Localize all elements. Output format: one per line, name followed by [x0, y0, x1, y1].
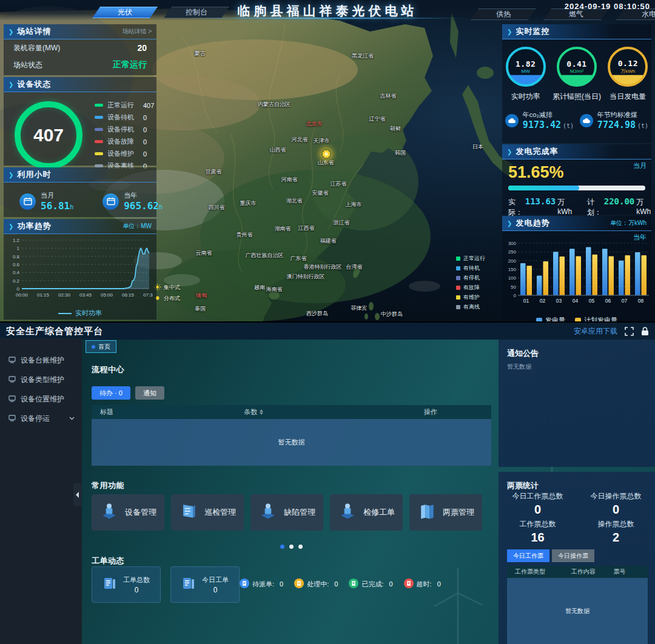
column-header: 操作 — [415, 408, 491, 417]
legend-label: 分布式 — [164, 295, 180, 303]
tab-active-dot-icon — [92, 345, 95, 349]
station-detail-link[interactable]: 场站详情 > — [122, 27, 152, 36]
legend-label: 有停机 — [463, 274, 480, 282]
function-card[interactable]: 巡检管理 — [171, 494, 244, 531]
work-order-card[interactable]: 工单总数0 — [92, 566, 161, 603]
map-type-legend-row: 集中式 — [154, 284, 180, 292]
period-badge[interactable]: 当年 — [633, 233, 647, 242]
sort-icon[interactable] — [260, 409, 263, 415]
map-place-label: 河北省 — [292, 136, 308, 144]
function-3d-icon — [179, 501, 198, 523]
legend-swatch — [536, 318, 542, 322]
map-place-label: 澳门特别行政区 — [287, 273, 325, 281]
carousel-dot[interactable] — [280, 545, 284, 549]
completion-percent: 51.65% — [502, 159, 651, 182]
map-place-label: 上海市 — [346, 201, 362, 209]
lock-icon[interactable] — [641, 327, 649, 336]
map-place-label: 广东省 — [291, 255, 307, 263]
function-label: 检修工单 — [363, 507, 395, 518]
panel-title: 实时监控 — [516, 26, 549, 37]
ticket-tab[interactable]: 今日操作票 — [552, 549, 594, 562]
android-download-link[interactable]: 安卓应用下载 — [574, 326, 617, 337]
fullscreen-icon[interactable] — [625, 327, 634, 336]
sidebar-item[interactable]: 设备位置维护 — [0, 389, 82, 409]
function-card[interactable]: 两票管理 — [409, 494, 482, 531]
carousel-dot[interactable] — [298, 545, 303, 549]
svg-text:0.6: 0.6 — [13, 262, 20, 267]
map-place-label: 甘肃省 — [206, 168, 222, 176]
map-place-label: 越南 — [254, 284, 265, 292]
period-badge[interactable]: 当月 — [633, 161, 647, 170]
station-marker-icon[interactable] — [321, 149, 331, 159]
ticket-tabs: 今日工作票今日操作票 — [507, 549, 594, 562]
panel-arrow-icon: ❯ — [507, 149, 512, 155]
sidebar-items: 设备台账维护设备类型维护设备位置维护设备停运 — [0, 351, 82, 428]
carousel-dot[interactable] — [289, 545, 294, 549]
status-badge: 超时:0 — [404, 579, 441, 589]
sidebar-item[interactable]: 设备类型维护 — [0, 370, 82, 389]
collapse-sidebar-handle[interactable] — [73, 483, 81, 506]
tab-home[interactable]: 首页 — [86, 340, 116, 353]
generation-completion-panel: ❯ 发电完成率 当月 51.65% 实际：113.63万kWh 计划：220.0… — [502, 144, 651, 215]
panel-title: 利用小时 — [17, 169, 51, 180]
process-filter-button[interactable]: 通知 — [135, 386, 164, 400]
realtime-monitor-panel: ❯ 实时监控 1.82MW实时功率0.41MJ/m²累计辐照(当日)0.12万k… — [502, 24, 651, 143]
stat-value: 16 — [531, 531, 544, 545]
panel-header: ❯ 场站详情 场站详情 > — [4, 24, 156, 39]
ticket-tab[interactable]: 今日工作票 — [507, 549, 549, 562]
utilization-text: 当月56.81h — [41, 191, 73, 212]
map-legend-row: 正常运行 — [456, 255, 485, 263]
actual-value: 113.63 — [525, 196, 556, 206]
svg-text:07: 07 — [622, 298, 628, 304]
utilization-items: 当月56.81h当年965.62h — [4, 183, 156, 212]
svg-text:02:30: 02:30 — [58, 292, 71, 298]
page: 蒙古黑龙江省内蒙古自治区吉林省辽宁省朝鲜韩国日本北京市天津市河北省山西省山东省河… — [0, 0, 655, 644]
badge-value: 0 — [437, 580, 441, 588]
stat-value: 7724.98(t) — [597, 119, 648, 130]
top-nav-tab[interactable]: 光伏 — [92, 7, 158, 18]
map-legend-row: 有停机 — [456, 274, 485, 282]
actual-unit: 万kWh — [557, 197, 573, 216]
notices-empty-state: 暂无数据 — [499, 359, 655, 371]
badge-value: 0 — [389, 580, 392, 588]
panel-title: 场站详情 — [17, 26, 51, 37]
svg-text:0.8: 0.8 — [13, 254, 20, 260]
map-place-label: 福建省 — [320, 237, 337, 245]
notices-title: 通知公告 — [499, 340, 655, 359]
gauge-label: 实时功率 — [511, 92, 540, 102]
map-place-label: 贵州省 — [237, 231, 253, 239]
two-tickets-title: 两票统计 — [499, 472, 655, 491]
stat-label: 今日工作票总数 — [512, 491, 563, 501]
legend-swatch — [456, 266, 460, 270]
panel-arrow-icon: ❯ — [507, 29, 512, 35]
work-order-card[interactable]: 今日工单0 — [170, 566, 240, 603]
realtime-gauges: 1.82MW实时功率0.41MJ/m²累计辐照(当日)0.12万kWh当日发电量 — [502, 39, 651, 102]
map-place-label: 山东省 — [318, 159, 334, 167]
sidebar-item[interactable]: 设备停运 — [0, 409, 82, 428]
sidebar-item-label: 设备类型维护 — [21, 375, 64, 385]
map-place-label: 北京市 — [306, 120, 323, 128]
card-value: 0 — [135, 586, 139, 594]
legend-label: 正常运行 — [463, 255, 485, 263]
legend-value: 0 — [143, 150, 147, 158]
svg-text:01:15: 01:15 — [37, 292, 50, 298]
device-status-legend: 正常运行407设备待机0设备停机0设备故障0设备维护0设备离线0 — [95, 101, 154, 170]
function-card[interactable]: 设备管理 — [92, 494, 164, 531]
map-place-label: 台湾省 — [346, 263, 363, 271]
legend-swatch — [456, 295, 460, 300]
legend-swatch — [95, 104, 103, 107]
map-place-label: 香港特别行政区 — [304, 263, 342, 271]
function-card[interactable]: 检修工单 — [330, 494, 403, 531]
column-header: 工作内容 — [563, 568, 606, 576]
legend-item: 计划发电量 — [575, 316, 617, 321]
gauge-label: 当日发电量 — [610, 92, 646, 102]
function-3d-icon — [417, 501, 437, 523]
process-filter-button[interactable]: 待办 · 0 — [92, 386, 130, 400]
status-badge: 待派单:0 — [240, 579, 283, 589]
plan-label: 计划： — [587, 197, 602, 218]
map-place-label: 天津市 — [314, 137, 330, 145]
sidebar-item[interactable]: 设备台账维护 — [0, 351, 82, 370]
stat-label: 工作票总数 — [520, 519, 556, 529]
top-nav-tab[interactable]: 供热 — [471, 8, 536, 20]
function-card[interactable]: 缺陷管理 — [250, 494, 323, 531]
